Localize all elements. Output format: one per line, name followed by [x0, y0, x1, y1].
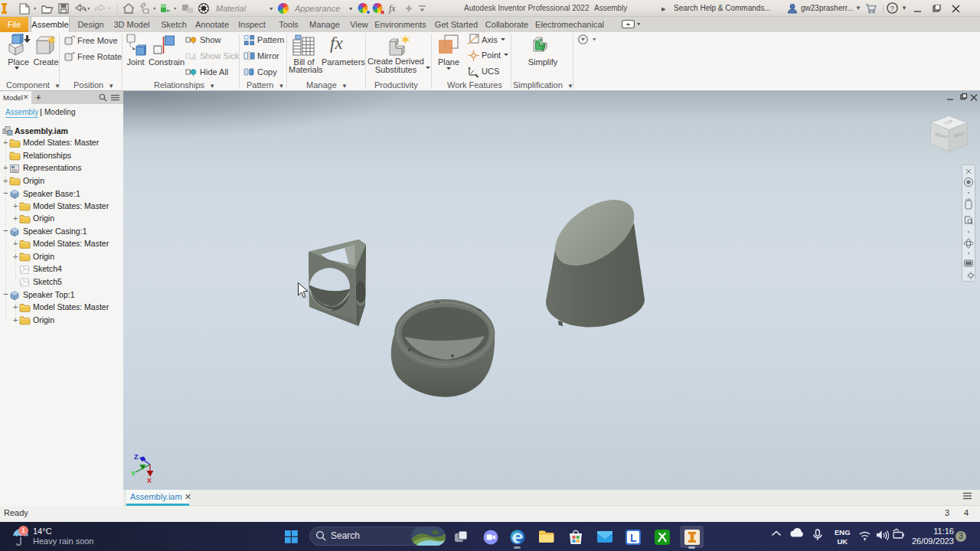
- svg-text:Z: Z: [134, 453, 139, 461]
- svg-text:L: L: [630, 532, 637, 544]
- svg-text:Y: Y: [131, 470, 136, 478]
- svg-text:X: X: [147, 477, 152, 484]
- svg-text:ENG: ENG: [835, 528, 851, 536]
- svg-text:UK: UK: [838, 537, 848, 546]
